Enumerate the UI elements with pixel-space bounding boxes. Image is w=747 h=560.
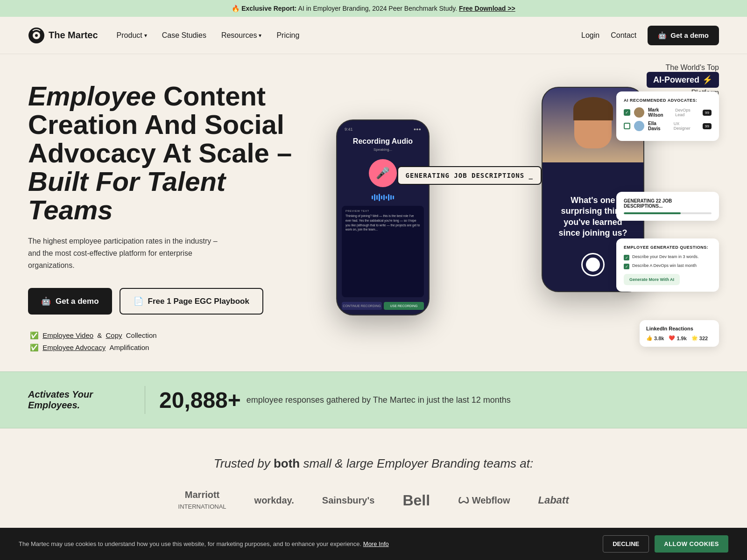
stats-divider [145,386,145,414]
advocate-avatar-2 [634,121,644,131]
trust-tagline: Trusted by both small & large Employer B… [28,456,719,471]
logo-text: The Martec [49,30,98,41]
badge-main: AI-Powered ⚡ [647,72,719,88]
stats-bar: Activates Your Employees. 20,888+ employ… [0,371,747,428]
love-icon: ❤️ [669,335,675,341]
hero-playbook-button[interactable]: 📄 Free 1 Page EGC Playbook [120,288,263,315]
trust-logos: MarriottINTERNATIONAL workday. Sainsbury… [28,490,719,511]
recording-title: Recording Audio [342,137,424,146]
use-recording-btn[interactable]: USE RECORDING [384,302,424,310]
phone-topbar: 9:41●●● [342,125,424,133]
hero-content: Employee Content Creation And Social Adv… [28,82,308,352]
stats-label: Activates Your Employees. [28,389,131,411]
linkedin-reactions-card: LinkedIn Reactions 👍 3.8k ❤️ 1.9k 🌟 322 [640,320,719,347]
reaction-like: 👍 3.8k [646,335,664,341]
trust-section: Trusted by both small & large Employer B… [0,428,747,534]
nav-right: Login Contact 🤖 Get a demo [581,26,719,45]
linkedin-title: LinkedIn Reactions [646,326,712,331]
copy-link[interactable]: Copy [106,331,122,339]
workday-logo: workday. [254,495,294,506]
generating-card: GENERATING 22 JOB DESCRIPTIONS... [616,192,719,221]
question-checkbox-2[interactable]: ✓ [624,264,629,269]
nav-pricing[interactable]: Pricing [276,31,299,40]
preview-text-content: Thinking of joining? Well — this is the … [345,214,420,232]
preview-text-label: PREVIEW TEXT [345,210,420,212]
hero-subtitle: The highest employee participation rates… [28,235,224,271]
nav-contact[interactable]: Contact [611,31,636,40]
main-navigation: The Martec Product ▾ Case Studies Resour… [0,17,747,54]
progress-fill [624,212,681,214]
advocate-row-1: ✓ Mark Wilson DevOps Lead 99 [624,107,712,118]
hero-feature-links: ✅ Employee Video & Copy Collection ✅ Emp… [28,331,308,352]
advocate-checkbox-2[interactable] [624,123,630,129]
flame-icon: 🔥 [232,5,240,12]
question-item-1: ✓ Describe your Dev team in 3 words. [624,254,712,260]
record-button[interactable] [581,253,605,276]
marriott-logo: MarriottINTERNATIONAL [178,490,226,511]
webflow-icon: Ꙍ [458,495,469,505]
employee-advocacy-link[interactable]: Employee Advocacy [42,343,106,351]
nav-demo-button[interactable]: 🤖 Get a demo [648,26,719,45]
banner-link[interactable]: Free Download >> [459,5,515,12]
advocates-card-title: AI RECOMMENDED ADVOCATES: [624,98,712,103]
hero-title: Employee Content Creation And Social Adv… [28,82,308,224]
document-icon: 📄 [134,296,143,306]
reaction-love: ❤️ 1.9k [669,335,686,341]
advocate-name-1: Mark Wilson [648,107,671,118]
generating-overlay: GENERATING JoB DescRiptions _ [397,166,542,185]
nav-product[interactable]: Product ▾ [117,31,147,40]
hero-link-row-1: ✅ Employee Video & Copy Collection [28,331,308,340]
hero-buttons: 🤖 Get a demo 📄 Free 1 Page EGC Playbook [28,288,308,315]
love-count: 1.9k [677,336,686,341]
ai-powered-text: AI-Powered [653,75,699,85]
hero-demo-button[interactable]: 🤖 Get a demo [28,288,112,315]
sainsburys-logo: Sainsbury's [322,495,375,506]
hero-visual: The World's Top AI-Powered ⚡ Platform 9:… [327,82,719,353]
chevron-down-icon-2: ▾ [259,32,261,39]
logo-icon [28,27,45,44]
questions-card-title: EMPLOYEE GENERATED QUESTIONS: [624,245,712,250]
generate-more-button[interactable]: Generate More With AI [624,274,680,285]
advocate-avatar-1 [634,107,644,118]
reaction-star: 🌟 322 [691,335,708,341]
logo[interactable]: The Martec [28,27,98,44]
question-item-2: ✓ Describe A DevOps win last month [624,263,712,269]
preview-text-box: PREVIEW TEXT Thinking of joining? Well —… [342,206,424,297]
phone-button-row: CONTINUE RECORDING USE RECORDING [342,302,424,310]
nav-resources[interactable]: Resources ▾ [221,31,261,40]
question-checkbox-1[interactable]: ✓ [624,255,629,260]
questions-card: EMPLOYEE GENERATED QUESTIONS: ✓ Describe… [616,238,719,292]
labatt-logo: Labatt [538,494,569,506]
badge-subtitle: The World's Top [647,63,719,72]
svg-point-2 [35,34,38,37]
robot-icon: 🤖 [658,31,667,40]
phone-screen: 9:41●●● Recording Audio Speaking... 🎤 [337,120,429,315]
stats-number: 20,888+ [159,387,241,413]
advocate-score-1: 99 [703,110,712,116]
recording-sub: Speaking... [342,147,424,152]
checkmark-icon-2: ✅ [30,343,39,351]
like-icon: 👍 [646,335,653,341]
nav-case-studies[interactable]: Case Studies [162,31,206,40]
advocate-row-2: Ella Davis UX Designer 99 [624,121,712,131]
mic-button[interactable]: 🎤 [369,159,397,187]
lightning-icon: ⚡ [702,75,712,85]
advocate-checkbox-1[interactable]: ✓ [624,109,630,116]
bell-logo: Bell [402,492,430,509]
stats-content: 20,888+ employee responses gathered by T… [159,387,511,413]
webflow-logo: Ꙍ Webflow [458,495,510,506]
banner-bold-text: Exclusive Report: [241,5,296,12]
like-count: 3.8k [654,336,664,341]
progress-bar [624,212,712,214]
chevron-down-icon: ▾ [144,32,147,39]
nav-login[interactable]: Login [581,31,599,40]
ai-advocates-card: AI RECOMMENDED ADVOCATES: ✓ Mark Wilson … [616,91,719,141]
hero-section: Employee Content Creation And Social Adv… [0,54,747,371]
robot-icon-2: 🤖 [41,296,51,306]
nav-links: Product ▾ Case Studies Resources ▾ Prici… [117,31,581,40]
continue-recording-btn[interactable]: CONTINUE RECORDING [342,302,382,310]
employee-video-link[interactable]: Employee Video [42,331,93,339]
hero-link-row-2: ✅ Employee Advocacy Amplification [28,343,308,352]
hair [573,97,613,120]
stats-description: employee responses gathered by The Marte… [247,395,511,405]
